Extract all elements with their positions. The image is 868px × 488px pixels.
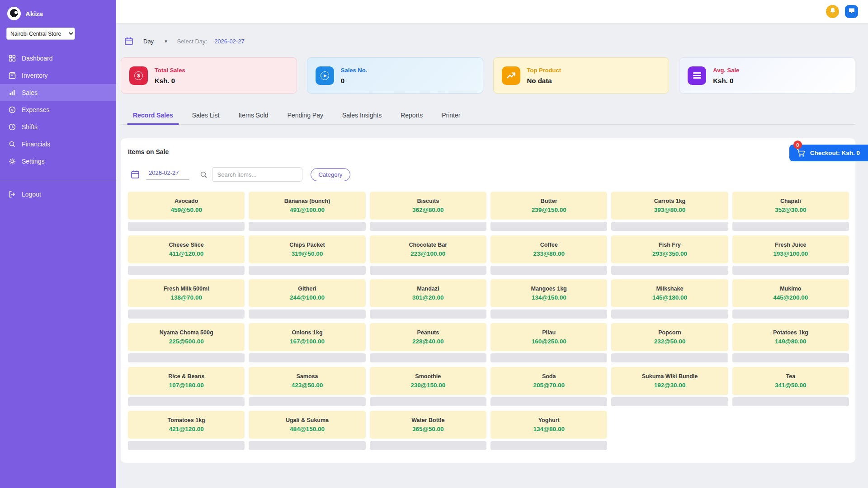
product-price: 134@80.00 bbox=[533, 426, 564, 432]
product-card[interactable]: Bananas (bunch) 491@100.00 bbox=[249, 192, 365, 231]
topbar bbox=[116, 0, 868, 23]
product-price: 192@30.00 bbox=[654, 382, 685, 389]
product-card[interactable]: Fish Fry 293@350.00 bbox=[611, 235, 728, 275]
product-name: Smoothie bbox=[415, 373, 441, 380]
product-card[interactable]: Water Bottle 365@50.00 bbox=[370, 411, 486, 450]
product-card[interactable]: Carrots 1kg 393@80.00 bbox=[611, 192, 728, 231]
checkout-button[interactable]: 0 Checkout: Ksh. 0 bbox=[789, 145, 868, 161]
product-card[interactable]: Biscuits 362@80.00 bbox=[370, 192, 486, 231]
sidebar-item[interactable]: Financials bbox=[0, 136, 116, 153]
product-name: Fish Fry bbox=[659, 242, 681, 248]
product-name: Avocado bbox=[175, 198, 198, 204]
product-card[interactable]: Butter 239@150.00 bbox=[491, 192, 607, 231]
selected-date[interactable]: 2026-02-27 bbox=[214, 38, 245, 45]
product-card[interactable]: Fresh Milk 500ml 138@70.00 bbox=[128, 279, 245, 319]
product-price: 233@80.00 bbox=[533, 250, 564, 257]
product-card[interactable]: Peanuts 228@40.00 bbox=[370, 323, 486, 362]
product-card[interactable]: Nyama Choma 500g 225@500.00 bbox=[128, 323, 245, 362]
product-price: 205@70.00 bbox=[533, 382, 564, 389]
product-price: 301@20.00 bbox=[412, 294, 443, 301]
logo-row: Akiza bbox=[0, 0, 116, 25]
stat-title: Avg. Sale bbox=[713, 67, 739, 74]
product-card[interactable]: Popcorn 232@50.00 bbox=[611, 323, 728, 362]
product-progress-bar bbox=[370, 353, 486, 362]
tab[interactable]: Record Sales bbox=[123, 106, 183, 124]
product-card[interactable]: Mangoes 1kg 134@150.00 bbox=[491, 279, 607, 319]
product-card[interactable]: Chapati 352@30.00 bbox=[732, 192, 849, 231]
product-progress-bar bbox=[249, 266, 365, 275]
stat-card: $ Total Sales Ksh. 0 bbox=[121, 57, 297, 94]
product-card[interactable]: Chocolate Bar 223@100.00 bbox=[370, 235, 486, 275]
period-select[interactable]: Day ▾ bbox=[143, 38, 167, 45]
sidebar-item[interactable]: Shifts bbox=[0, 118, 116, 136]
product-price: 411@120.00 bbox=[169, 250, 203, 257]
tab[interactable]: Sales List bbox=[183, 106, 229, 124]
notifications-button[interactable] bbox=[826, 5, 839, 18]
tab[interactable]: Sales Insights bbox=[333, 106, 391, 124]
play-circle-icon: ▶ bbox=[316, 66, 334, 85]
product-progress-bar bbox=[249, 222, 365, 231]
product-card[interactable]: Samosa 423@50.00 bbox=[249, 367, 365, 406]
tab-label: Pending Pay bbox=[288, 112, 323, 119]
tab-label: Printer bbox=[442, 112, 460, 119]
sidebar: Akiza Nairobi Central Store Dashboard In… bbox=[0, 0, 116, 488]
product-name: Sukuma Wiki Bundle bbox=[642, 373, 698, 380]
product-price: 107@180.00 bbox=[169, 382, 204, 389]
product-card[interactable]: Sukuma Wiki Bundle 192@30.00 bbox=[611, 367, 728, 406]
product-card[interactable]: Smoothie 230@150.00 bbox=[370, 367, 486, 406]
sidebar-item-label: Expenses bbox=[22, 106, 49, 113]
product-card[interactable]: Avocado 459@50.00 bbox=[128, 192, 245, 231]
product-card[interactable]: Onions 1kg 167@100.00 bbox=[249, 323, 365, 362]
tab[interactable]: Reports bbox=[391, 106, 432, 124]
app-name: Akiza bbox=[25, 10, 43, 18]
product-card[interactable]: Chips Packet 319@50.00 bbox=[249, 235, 365, 275]
product-card[interactable]: Coffee 233@80.00 bbox=[491, 235, 607, 275]
logout-button[interactable]: Logout bbox=[0, 186, 116, 203]
product-card[interactable]: Pilau 160@250.00 bbox=[491, 323, 607, 362]
product-name: Carrots 1kg bbox=[654, 198, 685, 204]
bell-icon bbox=[829, 7, 836, 16]
sidebar-item[interactable]: Sales bbox=[0, 84, 116, 101]
product-card[interactable]: Ugali & Sukuma 484@150.00 bbox=[249, 411, 365, 450]
calendar-icon[interactable] bbox=[124, 37, 133, 46]
product-price: 134@150.00 bbox=[532, 294, 566, 301]
product-card[interactable]: Milkshake 145@180.00 bbox=[611, 279, 728, 319]
items-date-input[interactable]: 2026-02-27 bbox=[146, 169, 189, 180]
category-button[interactable]: Category bbox=[311, 168, 351, 181]
product-card[interactable]: Fresh Juice 193@100.00 bbox=[732, 235, 849, 275]
tab[interactable]: Printer bbox=[432, 106, 470, 124]
sidebar-item[interactable]: Settings bbox=[0, 153, 116, 170]
product-card[interactable]: Rice & Beans 107@180.00 bbox=[128, 367, 245, 406]
product-name: Chapati bbox=[780, 198, 801, 204]
product-card[interactable]: Yoghurt 134@80.00 bbox=[491, 411, 607, 450]
product-price: 423@50.00 bbox=[292, 382, 323, 389]
product-name: Milkshake bbox=[656, 286, 684, 292]
product-progress-bar bbox=[611, 222, 728, 231]
store-selector[interactable]: Nairobi Central Store bbox=[6, 28, 75, 40]
tab[interactable]: Items Sold bbox=[229, 106, 278, 124]
product-progress-bar bbox=[732, 397, 849, 406]
product-name: Bananas (bunch) bbox=[284, 198, 330, 204]
sidebar-item[interactable]: $ Expenses bbox=[0, 101, 116, 118]
product-card[interactable]: Mukimo 445@200.00 bbox=[732, 279, 849, 319]
tab[interactable]: Pending Pay bbox=[278, 106, 333, 124]
product-card[interactable]: Cheese Slice 411@120.00 bbox=[128, 235, 245, 275]
product-card[interactable]: Tea 341@50.00 bbox=[732, 367, 849, 406]
sidebar-item[interactable]: Inventory bbox=[0, 67, 116, 84]
product-card[interactable]: Potatoes 1kg 149@80.00 bbox=[732, 323, 849, 362]
product-card[interactable]: Mandazi 301@20.00 bbox=[370, 279, 486, 319]
product-name: Popcorn bbox=[658, 329, 681, 336]
sidebar-item[interactable]: Dashboard bbox=[0, 50, 116, 67]
product-price: 228@40.00 bbox=[412, 338, 443, 345]
product-card[interactable]: Soda 205@70.00 bbox=[491, 367, 607, 406]
items-filter-bar: 2026-02-27 Category bbox=[128, 167, 849, 182]
product-name: Mukimo bbox=[780, 286, 801, 292]
calendar-icon[interactable] bbox=[131, 170, 140, 179]
product-progress-bar bbox=[491, 310, 607, 319]
search-input[interactable] bbox=[212, 167, 302, 182]
tab-label: Items Sold bbox=[238, 112, 268, 119]
product-progress-bar bbox=[611, 310, 728, 319]
product-card[interactable]: Tomatoes 1kg 421@120.00 bbox=[128, 411, 245, 450]
product-card[interactable]: Githeri 244@100.00 bbox=[249, 279, 365, 319]
messages-button[interactable] bbox=[845, 5, 858, 18]
